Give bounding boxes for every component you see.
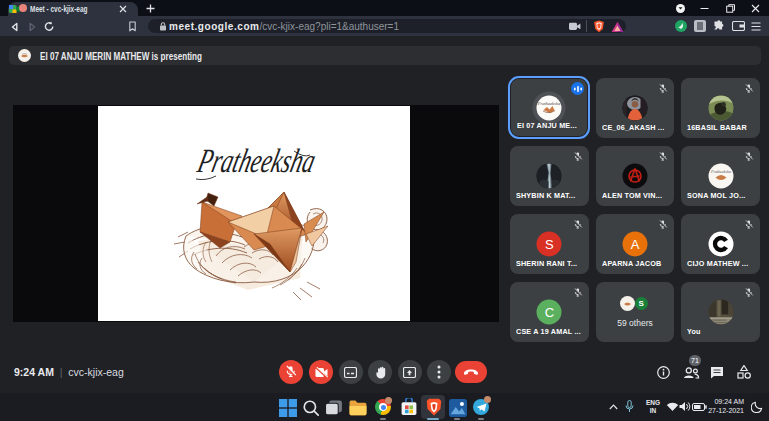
svg-text:Pratheeksha: Pratheeksha xyxy=(537,101,561,106)
svg-text:Pratheeksha: Pratheeksha xyxy=(194,141,320,178)
svg-text:Pratheeksha: Pratheeksha xyxy=(710,168,731,173)
